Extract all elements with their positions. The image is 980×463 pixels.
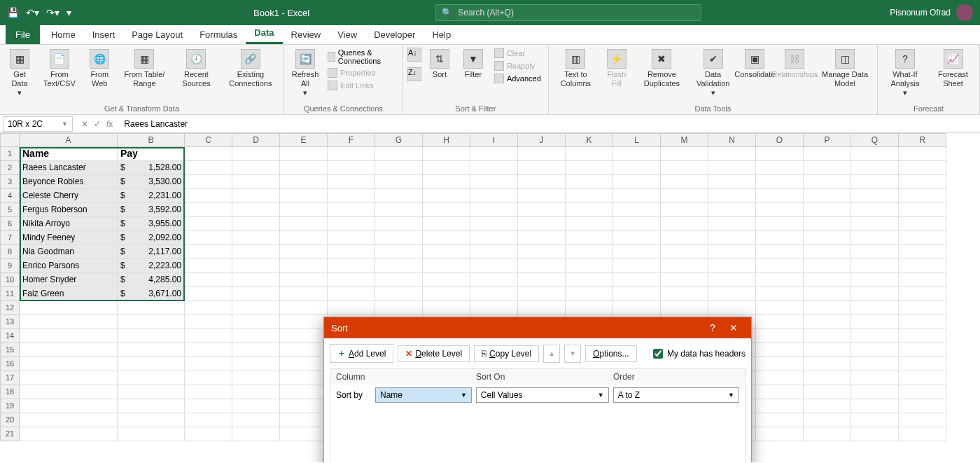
cell[interactable]	[566, 189, 613, 203]
cell[interactable]	[232, 175, 280, 189]
cell[interactable]	[518, 273, 566, 287]
cell[interactable]	[899, 273, 946, 287]
cell[interactable]	[613, 161, 661, 175]
cell[interactable]	[185, 301, 232, 315]
cell[interactable]	[804, 203, 851, 217]
cell[interactable]	[899, 287, 946, 301]
cell[interactable]	[470, 189, 518, 203]
cell[interactable]	[232, 371, 280, 385]
cell[interactable]	[661, 189, 708, 203]
cell[interactable]	[899, 217, 946, 231]
sort-button[interactable]: ⇅Sort	[424, 48, 455, 81]
tab-insert[interactable]: Insert	[84, 25, 124, 44]
cell[interactable]	[470, 231, 518, 245]
cell[interactable]	[232, 427, 280, 441]
add-level-button[interactable]: ＋Add Level	[330, 344, 393, 363]
cell[interactable]	[899, 357, 946, 371]
cell[interactable]	[756, 399, 804, 413]
cell[interactable]	[232, 343, 280, 357]
row-header[interactable]: 2	[0, 161, 20, 175]
cell[interactable]	[708, 245, 756, 259]
cell[interactable]	[851, 203, 899, 217]
cell[interactable]	[851, 413, 899, 427]
cell[interactable]	[232, 259, 280, 273]
col-header[interactable]: M	[661, 133, 708, 147]
cell[interactable]	[185, 147, 232, 161]
cell[interactable]	[899, 189, 946, 203]
cell[interactable]	[851, 245, 899, 259]
cell[interactable]	[280, 371, 328, 385]
cell[interactable]: Celeste Cherry	[20, 189, 118, 203]
remove-duplicates-button[interactable]: ✖Remove Duplicates	[635, 48, 689, 90]
enter-formula-icon[interactable]: ✓	[94, 119, 101, 129]
cell[interactable]	[756, 245, 804, 259]
cell[interactable]	[280, 287, 328, 301]
whatif-button[interactable]: ?What-If Analysis▾	[882, 48, 928, 99]
cell[interactable]	[375, 217, 423, 231]
cell[interactable]	[851, 287, 899, 301]
cell[interactable]	[804, 343, 851, 357]
cell[interactable]	[804, 189, 851, 203]
cell[interactable]	[375, 245, 423, 259]
cell[interactable]: $1,528.00	[118, 161, 185, 175]
tab-review[interactable]: Review	[283, 25, 330, 44]
cell[interactable]	[118, 399, 185, 413]
cell[interactable]	[566, 259, 613, 273]
recent-sources-button[interactable]: 🕘Recent Sources	[174, 48, 219, 90]
cell[interactable]	[375, 273, 423, 287]
col-header[interactable]: P	[804, 133, 851, 147]
cell[interactable]	[118, 413, 185, 427]
tab-page-layout[interactable]: Page Layout	[123, 25, 191, 44]
cell[interactable]	[185, 427, 232, 441]
cell[interactable]	[375, 147, 423, 161]
cell[interactable]	[118, 315, 185, 329]
cell[interactable]	[613, 189, 661, 203]
cell[interactable]	[328, 217, 375, 231]
cell[interactable]	[899, 385, 946, 399]
cell[interactable]	[804, 161, 851, 175]
name-box[interactable]: 10R x 2C▼	[3, 116, 73, 132]
cell[interactable]	[185, 231, 232, 245]
consolidate-button[interactable]: ▣Consolidate	[737, 48, 772, 81]
cell[interactable]	[756, 427, 804, 441]
cell[interactable]	[566, 245, 613, 259]
cell[interactable]	[518, 203, 566, 217]
options-button[interactable]: Options...	[585, 345, 636, 362]
spreadsheet-grid[interactable]: A B C D E F G H I J K L M N O P Q R 1Nam…	[0, 133, 980, 462]
cell[interactable]	[804, 301, 851, 315]
cell[interactable]	[232, 399, 280, 413]
row-header[interactable]: 6	[0, 217, 20, 231]
col-header[interactable]: C	[185, 133, 232, 147]
cell[interactable]	[756, 259, 804, 273]
cell[interactable]	[661, 203, 708, 217]
cell[interactable]	[470, 301, 518, 315]
cell[interactable]	[518, 231, 566, 245]
cell[interactable]	[804, 175, 851, 189]
cell[interactable]	[804, 329, 851, 343]
cell[interactable]: Beyonce Robles	[20, 175, 118, 189]
cell[interactable]	[899, 343, 946, 357]
cell[interactable]	[613, 147, 661, 161]
cell[interactable]	[518, 287, 566, 301]
cell[interactable]	[328, 189, 375, 203]
cell[interactable]	[756, 231, 804, 245]
cell[interactable]	[661, 161, 708, 175]
cell[interactable]	[185, 329, 232, 343]
cell[interactable]	[851, 301, 899, 315]
cell[interactable]: $4,285.00	[118, 273, 185, 287]
cell[interactable]	[756, 413, 804, 427]
get-data-button[interactable]: ▦Get Data▾	[4, 48, 35, 99]
cell[interactable]	[375, 175, 423, 189]
cell[interactable]	[375, 287, 423, 301]
refresh-all-button[interactable]: 🔄Refresh All▾	[288, 48, 322, 99]
cell[interactable]	[185, 161, 232, 175]
cell[interactable]	[756, 301, 804, 315]
cell[interactable]	[518, 147, 566, 161]
tab-developer[interactable]: Developer	[365, 25, 424, 44]
cell[interactable]	[566, 231, 613, 245]
row-header[interactable]: 9	[0, 259, 20, 273]
cell[interactable]	[661, 259, 708, 273]
cell[interactable]	[851, 427, 899, 441]
col-header[interactable]: G	[375, 133, 423, 147]
filter-button[interactable]: ▼Filter	[458, 48, 489, 81]
